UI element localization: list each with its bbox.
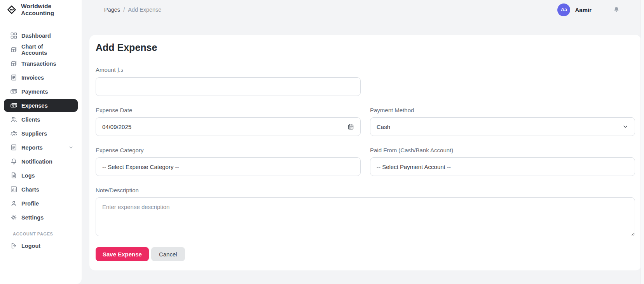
- banknote-icon: [10, 102, 17, 109]
- payment-method-select[interactable]: Cash: [370, 117, 635, 136]
- sidebar-item-notification[interactable]: Notification: [4, 155, 78, 168]
- chevron-down-icon: [68, 33, 74, 38]
- sidebar-item-label: Suppliers: [21, 131, 47, 137]
- chevron-down-icon: [68, 89, 74, 94]
- diamond-swirl-icon: [7, 5, 16, 14]
- sidebar-item-label: Invoices: [21, 75, 44, 81]
- breadcrumb-pages-link[interactable]: Pages: [104, 7, 120, 13]
- sidebar: Worldwide Accounting Dashboard Chart of …: [0, 0, 82, 284]
- chevron-down-icon: [68, 47, 74, 52]
- payment-method-value: Cash: [377, 124, 390, 130]
- bell-icon[interactable]: [613, 6, 620, 13]
- chevron-down-icon: [68, 186, 74, 192]
- sidebar-item-clients[interactable]: Clients: [4, 113, 78, 126]
- chevron-down-icon: [68, 61, 74, 66]
- sidebar-item-chart-of-accounts[interactable]: Chart of Accounts: [4, 43, 78, 56]
- amount-label: Amount د.إ: [96, 66, 361, 73]
- chevron-down-icon: [68, 159, 74, 164]
- breadcrumb: Pages / Add Expense: [104, 7, 161, 13]
- chevron-down-icon: [68, 75, 74, 80]
- document-icon: [10, 74, 17, 81]
- sidebar-item-label: Profile: [21, 200, 39, 207]
- chevron-down-icon: [622, 124, 628, 130]
- chevron-down-icon: [68, 200, 74, 206]
- paid-from-select[interactable]: -- Select Payment Account --: [370, 157, 635, 176]
- scrollbar-track[interactable]: [641, 0, 644, 284]
- sidebar-nav: Dashboard Chart of Accounts Transactions…: [0, 19, 82, 252]
- account-pages-section-label: ACCOUNT PAGES: [13, 232, 78, 236]
- file-icon: [10, 172, 17, 179]
- sidebar-item-logout[interactable]: Logout: [4, 239, 78, 252]
- save-expense-button[interactable]: Save Expense: [96, 247, 149, 261]
- sidebar-item-logs[interactable]: Logs: [4, 169, 78, 182]
- chevron-down-icon: [68, 145, 74, 150]
- sidebar-item-label: Payments: [21, 89, 48, 95]
- sidebar-item-settings[interactable]: Settings: [4, 211, 78, 224]
- sidebar-item-transactions[interactable]: Transactions: [4, 57, 78, 70]
- page-title: Add Expense: [96, 42, 635, 53]
- amount-field-group: Amount د.إ: [96, 66, 361, 96]
- avatar[interactable]: Aa: [557, 3, 570, 16]
- sidebar-item-invoices[interactable]: Invoices: [4, 71, 78, 84]
- chevron-down-icon: [68, 131, 74, 136]
- note-textarea[interactable]: [96, 197, 635, 236]
- banknote-icon: [10, 88, 17, 95]
- sidebar-item-label: Logs: [21, 172, 35, 179]
- expense-date-input[interactable]: 04/09/2025: [96, 117, 361, 136]
- sidebar-item-label: Logout: [21, 243, 40, 249]
- sidebar-item-reports[interactable]: Reports: [4, 141, 78, 154]
- paid-from-value: -- Select Payment Account --: [377, 164, 451, 170]
- expense-date-label: Expense Date: [96, 107, 361, 113]
- paid-from-label: Paid From (Cash/Bank Account): [370, 147, 635, 153]
- people-group-icon: [10, 130, 17, 137]
- bar-chart-icon: [10, 186, 17, 193]
- expense-date-field-group: Expense Date 04/09/2025: [96, 107, 361, 136]
- payment-method-label: Payment Method: [370, 107, 635, 113]
- breadcrumb-separator: /: [123, 7, 125, 13]
- expense-category-select[interactable]: -- Select Expense Category --: [96, 157, 361, 176]
- brand[interactable]: Worldwide Accounting: [0, 0, 82, 19]
- sidebar-item-label: Dashboard: [21, 33, 51, 39]
- user-icon: [10, 200, 17, 207]
- expense-category-value: -- Select Expense Category --: [102, 164, 179, 170]
- report-icon: [10, 144, 17, 151]
- sidebar-item-label: Transactions: [21, 61, 56, 67]
- cancel-button[interactable]: Cancel: [151, 247, 185, 261]
- sidebar-item-payments[interactable]: Payments: [4, 85, 78, 98]
- chevron-down-icon: [68, 243, 74, 249]
- note-label: Note/Description: [96, 187, 635, 193]
- gear-icon: [10, 214, 17, 221]
- sidebar-item-label: Charts: [21, 186, 39, 193]
- chevron-down-icon: [68, 214, 74, 220]
- expense-category-field-group: Expense Category -- Select Expense Categ…: [96, 147, 361, 176]
- logout-icon: [10, 242, 17, 249]
- expense-date-value: 04/09/2025: [102, 124, 131, 130]
- sidebar-item-label: Chart of Accounts: [21, 44, 64, 56]
- sidebar-item-label: Settings: [21, 214, 44, 221]
- add-expense-form: Amount د.إ Expense Date 04/09/2025: [96, 66, 635, 261]
- payment-method-field-group: Payment Method Cash: [370, 107, 635, 136]
- username: Aamir: [575, 7, 592, 13]
- sidebar-item-suppliers[interactable]: Suppliers: [4, 127, 78, 140]
- sidebar-item-charts[interactable]: Charts: [4, 183, 78, 196]
- sidebar-item-label: Notification: [21, 159, 52, 165]
- sidebar-item-label: Expenses: [21, 103, 48, 109]
- sidebar-item-dashboard[interactable]: Dashboard: [4, 29, 78, 42]
- chevron-down-icon: [68, 103, 74, 108]
- calendar-icon[interactable]: [347, 124, 354, 130]
- sidebar-item-profile[interactable]: Profile: [4, 197, 78, 210]
- chevron-down-icon: [68, 172, 74, 178]
- form-actions: Save Expense Cancel: [96, 247, 635, 261]
- user-menu: Aa Aamir: [557, 3, 644, 16]
- amount-input[interactable]: [96, 77, 361, 96]
- note-field-group: Note/Description: [96, 187, 635, 236]
- table-icon: [10, 46, 17, 53]
- sidebar-item-expenses[interactable]: Expenses: [4, 99, 78, 112]
- grid-icon: [10, 32, 17, 39]
- paid-from-field-group: Paid From (Cash/Bank Account) -- Select …: [370, 147, 635, 176]
- bell-icon: [10, 158, 17, 165]
- chevron-down-icon: [68, 117, 74, 122]
- sidebar-item-label: Clients: [21, 117, 40, 123]
- sidebar-item-label: Reports: [21, 145, 43, 151]
- topbar: Pages / Add Expense Aa Aamir: [82, 0, 644, 19]
